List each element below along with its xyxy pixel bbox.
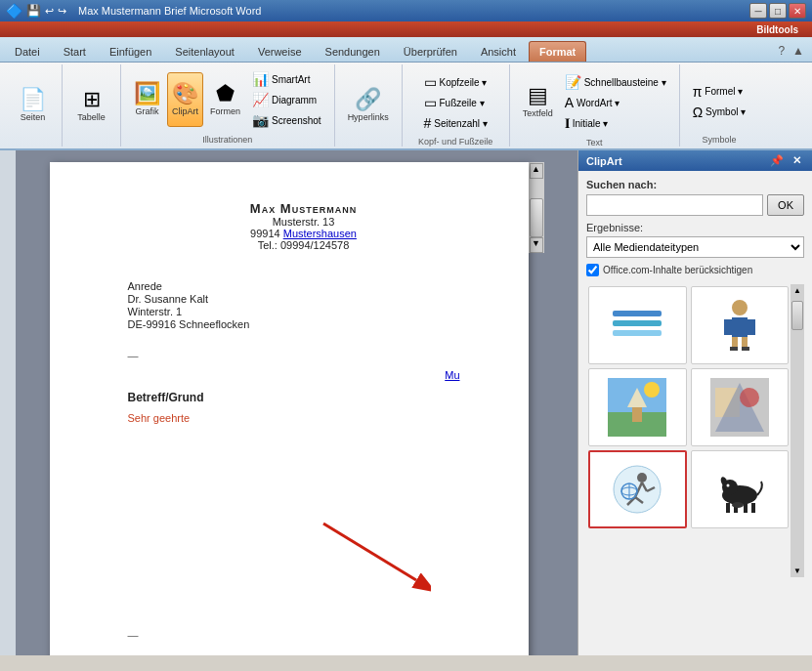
svg-rect-4: [613, 330, 662, 336]
wordart-btn[interactable]: A WordArt ▾: [560, 93, 671, 112]
formel-icon: π: [693, 84, 703, 100]
clip-item-3[interactable]: [588, 368, 687, 446]
formen-btn-label: Formen: [210, 106, 240, 116]
sender-city-link: Mustershausen: [283, 228, 357, 239]
undo-btn[interactable]: ↩: [45, 5, 54, 18]
ok-button[interactable]: OK: [767, 194, 804, 216]
grafik-btn[interactable]: 🖼️ Grafik: [129, 72, 165, 127]
hyperlinks-btn[interactable]: 🔗 Hyperlinks: [343, 78, 394, 133]
textfeld-icon: ▤: [528, 85, 548, 106]
window-controls: ─ □ ✕: [749, 3, 806, 19]
formel-btn[interactable]: π Formel ▾: [688, 82, 751, 102]
minimize-btn[interactable]: ─: [749, 3, 767, 19]
search-input[interactable]: [586, 194, 763, 216]
clip-svg-4: [710, 378, 769, 437]
clipart-scroll-area: [586, 284, 791, 577]
tab-einfuegen[interactable]: Einfügen: [99, 41, 162, 62]
illustrationen-label: Illustrationen: [202, 133, 252, 145]
grafik-icon: 🖼️: [134, 83, 160, 105]
clip-item-1[interactable]: [588, 286, 687, 364]
office-checkbox[interactable]: [586, 264, 599, 276]
schnellbausteine-label: Schnellbausteine ▾: [584, 77, 666, 88]
tab-verweise[interactable]: Verweise: [247, 41, 313, 62]
tabelle-btn[interactable]: ⊞ Tabelle: [72, 78, 110, 133]
maximize-btn[interactable]: □: [769, 3, 787, 19]
panel-scrollbar[interactable]: ▲ ▼: [791, 284, 804, 577]
doc-area: Max Mustermann Musterstr. 13 99914 Muste…: [16, 150, 577, 655]
mu-ref: Mu: [128, 369, 460, 381]
left-scroll[interactable]: [0, 150, 16, 655]
tab-ueberprufen[interactable]: Überprüfen: [393, 41, 468, 62]
fusszeile-btn[interactable]: ▭ Fußzeile ▾: [419, 93, 492, 112]
formel-label: Formel ▾: [705, 86, 743, 97]
clipart-icon: 🎨: [172, 83, 198, 105]
sender-zip-city-text: 99914: [250, 228, 283, 239]
symbol-label: Symbol ▾: [705, 106, 746, 117]
sender-phone: Tel.: 09994/124578: [128, 239, 480, 251]
ribbon-group-symbole: π Formel ▾ Ω Symbol ▾ Symbole: [680, 64, 759, 147]
tab-datei[interactable]: Datei: [4, 41, 51, 62]
svg-rect-3: [613, 320, 662, 326]
clip-item-6[interactable]: [691, 450, 790, 528]
wordart-label: WordArt ▾: [577, 98, 620, 108]
panel-titlebar: ClipArt 📌 ✕: [578, 150, 812, 171]
redo-btn[interactable]: ↪: [58, 5, 66, 18]
bildtools-label: Bildtools: [748, 24, 806, 35]
mediendateitypen-dropdown[interactable]: Alle Mediendateitypen: [586, 236, 804, 258]
tab-start[interactable]: Start: [53, 41, 97, 62]
schnellbausteine-btn[interactable]: 📝 Schnellbausteine ▾: [560, 72, 671, 92]
svg-point-17: [644, 382, 660, 398]
quick-save[interactable]: 💾: [26, 4, 41, 18]
hyperlinks-items: 🔗 Hyperlinks: [343, 66, 394, 145]
svg-rect-6: [732, 317, 748, 337]
help-btn[interactable]: ?: [774, 40, 789, 62]
formen-icon: ⬟: [216, 83, 235, 105]
mu-link: Mu: [445, 369, 459, 381]
tab-format[interactable]: Format: [529, 41, 586, 62]
clip-item-5[interactable]: [588, 450, 687, 528]
symbol-btn[interactable]: Ω Symbol ▾: [688, 103, 751, 122]
checkbox-label: Office.com-Inhalte berücksichtigen: [603, 265, 752, 275]
formen-btn[interactable]: ⬟ Formen: [205, 72, 245, 127]
ergebnisse-label: Ergebnisse:: [586, 222, 804, 233]
panel-pin-btn[interactable]: 📌: [767, 154, 787, 167]
tab-seitenlayout[interactable]: Seitenlayout: [164, 41, 245, 62]
smartart-btn[interactable]: 📊 SmartArt: [247, 69, 326, 89]
initiale-btn[interactable]: 𝐈 Initiale ▾: [560, 113, 671, 134]
word-icon: 🔷: [6, 3, 22, 19]
clipart-btn[interactable]: 🎨 ClipArt: [167, 72, 203, 127]
doc-scrollbar[interactable]: ▲ ▼: [529, 162, 544, 253]
kopfzeile-icon: ▭: [424, 74, 437, 90]
diagramm-btn[interactable]: 📈 Diagramm: [247, 90, 326, 109]
svg-point-40: [726, 484, 729, 487]
textfeld-btn[interactable]: ▤ Textfeld: [518, 74, 558, 129]
close-btn[interactable]: ✕: [789, 3, 806, 19]
clip-item-2[interactable]: [691, 286, 790, 364]
svg-rect-37: [751, 503, 755, 513]
kopfzeile-btn[interactable]: ▭ Kopfzeile ▾: [419, 72, 492, 92]
clipart-btn-label: ClipArt: [172, 106, 198, 116]
ribbon-collapse-btn[interactable]: ▲: [789, 40, 808, 62]
recipient-name: Dr. Susanne Kalt: [128, 293, 480, 305]
clip-item-4[interactable]: [691, 368, 790, 446]
scroll-thumb[interactable]: [530, 198, 543, 237]
seitenzahl-btn[interactable]: # Seitenzahl ▾: [419, 113, 492, 133]
doc-dash: —: [128, 350, 480, 361]
bottom-dash: —: [128, 629, 139, 641]
search-row: OK: [586, 194, 804, 216]
sender-name: Max Mustermann: [128, 201, 480, 216]
seiten-btn[interactable]: 📄 Seiten: [15, 78, 51, 133]
checkbox-row: Office.com-Inhalte berücksichtigen: [586, 264, 804, 276]
suchen-label: Suchen nach:: [586, 179, 804, 190]
panel-title: ClipArt: [586, 155, 622, 167]
doc-betreff: Betreff/Grund: [128, 391, 480, 404]
tab-ansicht[interactable]: Ansicht: [470, 41, 527, 62]
clip-svg-2: [710, 296, 769, 355]
svg-point-23: [637, 473, 647, 482]
panel-close-btn[interactable]: ✕: [790, 154, 804, 167]
screenshot-btn[interactable]: 📷 Screenshot: [247, 110, 326, 130]
clip-svg-1: [608, 301, 666, 350]
schnellbausteine-icon: 📝: [565, 74, 581, 90]
main-area: Max Mustermann Musterstr. 13 99914 Muste…: [0, 150, 812, 655]
tab-sendungen[interactable]: Sendungen: [315, 41, 391, 62]
